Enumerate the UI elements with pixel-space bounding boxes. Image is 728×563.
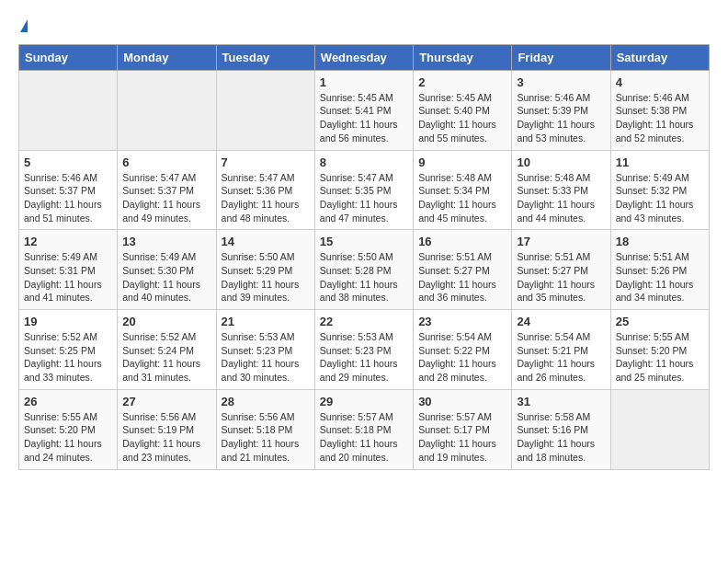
weekday-header-friday: Friday [512,44,610,70]
calendar-tbody: 1Sunrise: 5:45 AM Sunset: 5:41 PM Daylig… [19,70,710,469]
calendar-cell: 19Sunrise: 5:52 AM Sunset: 5:25 PM Dayli… [19,310,118,390]
day-info: Sunrise: 5:54 AM Sunset: 5:22 PM Dayligh… [418,330,506,385]
calendar-cell: 6Sunrise: 5:47 AM Sunset: 5:37 PM Daylig… [118,150,216,230]
weekday-header-saturday: Saturday [610,44,709,70]
calendar-cell: 28Sunrise: 5:56 AM Sunset: 5:18 PM Dayli… [216,389,314,469]
calendar-cell: 9Sunrise: 5:48 AM Sunset: 5:34 PM Daylig… [414,150,512,230]
weekday-header-monday: Monday [118,44,216,70]
calendar-cell: 2Sunrise: 5:45 AM Sunset: 5:40 PM Daylig… [414,70,512,150]
calendar-cell: 3Sunrise: 5:46 AM Sunset: 5:39 PM Daylig… [512,70,610,150]
calendar-cell: 25Sunrise: 5:55 AM Sunset: 5:20 PM Dayli… [610,310,709,390]
day-info: Sunrise: 5:56 AM Sunset: 5:19 PM Dayligh… [122,410,210,465]
day-info: Sunrise: 5:54 AM Sunset: 5:21 PM Dayligh… [517,330,605,385]
calendar-cell: 11Sunrise: 5:49 AM Sunset: 5:32 PM Dayli… [610,150,709,230]
day-number: 21 [222,315,310,328]
calendar-cell: 23Sunrise: 5:54 AM Sunset: 5:22 PM Dayli… [414,310,512,390]
day-number: 18 [616,235,704,248]
day-info: Sunrise: 5:46 AM Sunset: 5:38 PM Dayligh… [616,91,704,145]
day-info: Sunrise: 5:52 AM Sunset: 5:24 PM Dayligh… [122,330,210,385]
day-info: Sunrise: 5:49 AM Sunset: 5:31 PM Dayligh… [24,250,112,304]
day-info: Sunrise: 5:47 AM Sunset: 5:37 PM Dayligh… [122,171,210,225]
calendar-thead: SundayMondayTuesdayWednesdayThursdayFrid… [19,44,710,70]
calendar-week-row: 12Sunrise: 5:49 AM Sunset: 5:31 PM Dayli… [19,230,710,310]
calendar-week-row: 26Sunrise: 5:55 AM Sunset: 5:20 PM Dayli… [19,389,710,469]
calendar-cell: 29Sunrise: 5:57 AM Sunset: 5:18 PM Dayli… [314,389,413,469]
day-number: 27 [122,395,210,408]
calendar-cell: 21Sunrise: 5:53 AM Sunset: 5:23 PM Dayli… [216,310,314,390]
calendar-cell [118,70,216,150]
day-info: Sunrise: 5:55 AM Sunset: 5:20 PM Dayligh… [616,330,704,385]
day-number: 11 [616,155,704,169]
calendar-cell: 18Sunrise: 5:51 AM Sunset: 5:26 PM Dayli… [610,230,709,310]
day-info: Sunrise: 5:55 AM Sunset: 5:20 PM Dayligh… [24,410,112,465]
calendar-cell [216,70,314,150]
day-number: 2 [418,75,506,89]
day-number: 31 [517,395,605,408]
calendar-cell: 17Sunrise: 5:51 AM Sunset: 5:27 PM Dayli… [512,230,610,310]
calendar-table: SundayMondayTuesdayWednesdayThursdayFrid… [18,44,710,470]
day-info: Sunrise: 5:51 AM Sunset: 5:27 PM Dayligh… [517,250,605,304]
day-number: 14 [222,235,310,248]
day-number: 24 [517,315,605,328]
calendar-cell [610,389,709,469]
day-info: Sunrise: 5:53 AM Sunset: 5:23 PM Dayligh… [222,330,310,385]
logo-top [18,18,28,37]
calendar-cell: 27Sunrise: 5:56 AM Sunset: 5:19 PM Dayli… [118,389,216,469]
day-info: Sunrise: 5:49 AM Sunset: 5:30 PM Dayligh… [122,250,210,304]
calendar-cell: 1Sunrise: 5:45 AM Sunset: 5:41 PM Daylig… [314,70,413,150]
logo-icon [20,19,28,32]
day-number: 12 [24,235,112,248]
day-number: 30 [418,395,506,408]
day-number: 20 [122,315,210,328]
calendar-cell: 30Sunrise: 5:57 AM Sunset: 5:17 PM Dayli… [414,389,512,469]
day-info: Sunrise: 5:45 AM Sunset: 5:41 PM Dayligh… [320,91,408,145]
day-info: Sunrise: 5:56 AM Sunset: 5:18 PM Dayligh… [222,410,310,465]
day-number: 17 [517,235,605,248]
day-info: Sunrise: 5:47 AM Sunset: 5:35 PM Dayligh… [320,171,408,225]
day-number: 1 [320,75,408,89]
day-info: Sunrise: 5:53 AM Sunset: 5:23 PM Dayligh… [320,330,408,385]
day-number: 23 [418,315,506,328]
day-number: 22 [320,315,408,328]
calendar-cell: 31Sunrise: 5:58 AM Sunset: 5:16 PM Dayli… [512,389,610,469]
calendar-cell: 20Sunrise: 5:52 AM Sunset: 5:24 PM Dayli… [118,310,216,390]
page: SundayMondayTuesdayWednesdayThursdayFrid… [0,0,728,479]
calendar-cell: 8Sunrise: 5:47 AM Sunset: 5:35 PM Daylig… [314,150,413,230]
calendar-week-row: 19Sunrise: 5:52 AM Sunset: 5:25 PM Dayli… [19,310,710,390]
day-number: 29 [320,395,408,408]
calendar-cell: 7Sunrise: 5:47 AM Sunset: 5:36 PM Daylig… [216,150,314,230]
day-info: Sunrise: 5:57 AM Sunset: 5:18 PM Dayligh… [320,410,408,465]
calendar-week-row: 5Sunrise: 5:46 AM Sunset: 5:37 PM Daylig… [19,150,710,230]
calendar-cell: 13Sunrise: 5:49 AM Sunset: 5:30 PM Dayli… [118,230,216,310]
header [18,18,710,37]
day-info: Sunrise: 5:46 AM Sunset: 5:39 PM Dayligh… [517,91,605,145]
day-number: 28 [222,395,310,408]
day-info: Sunrise: 5:47 AM Sunset: 5:36 PM Dayligh… [222,171,310,225]
day-number: 19 [24,315,112,328]
calendar-week-row: 1Sunrise: 5:45 AM Sunset: 5:41 PM Daylig… [19,70,710,150]
day-number: 3 [517,75,605,89]
calendar-cell: 14Sunrise: 5:50 AM Sunset: 5:29 PM Dayli… [216,230,314,310]
logo [18,18,28,37]
weekday-header-thursday: Thursday [414,44,512,70]
day-info: Sunrise: 5:48 AM Sunset: 5:33 PM Dayligh… [517,171,605,225]
day-info: Sunrise: 5:51 AM Sunset: 5:26 PM Dayligh… [616,250,704,304]
calendar-cell: 4Sunrise: 5:46 AM Sunset: 5:38 PM Daylig… [610,70,709,150]
calendar-cell: 12Sunrise: 5:49 AM Sunset: 5:31 PM Dayli… [19,230,118,310]
day-info: Sunrise: 5:48 AM Sunset: 5:34 PM Dayligh… [418,171,506,225]
calendar-cell: 10Sunrise: 5:48 AM Sunset: 5:33 PM Dayli… [512,150,610,230]
day-number: 9 [418,155,506,169]
day-number: 6 [122,155,210,169]
calendar-cell: 22Sunrise: 5:53 AM Sunset: 5:23 PM Dayli… [314,310,413,390]
day-info: Sunrise: 5:46 AM Sunset: 5:37 PM Dayligh… [24,171,112,225]
calendar-cell [19,70,118,150]
day-info: Sunrise: 5:45 AM Sunset: 5:40 PM Dayligh… [418,91,506,145]
day-number: 5 [24,155,112,169]
day-number: 26 [24,395,112,408]
day-number: 16 [418,235,506,248]
weekday-header-sunday: Sunday [19,44,118,70]
day-info: Sunrise: 5:52 AM Sunset: 5:25 PM Dayligh… [24,330,112,385]
day-number: 13 [122,235,210,248]
day-number: 10 [517,155,605,169]
day-info: Sunrise: 5:58 AM Sunset: 5:16 PM Dayligh… [517,410,605,465]
